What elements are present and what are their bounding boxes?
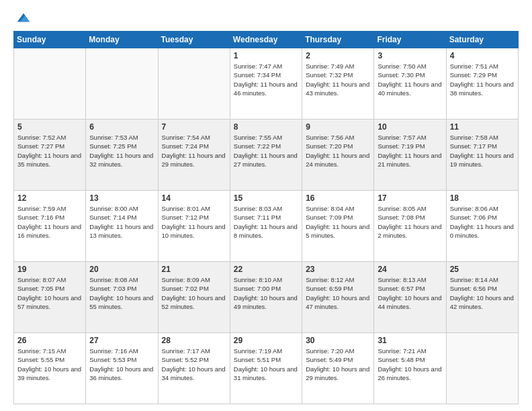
day-info: Sunrise: 7:47 AMSunset: 7:34 PMDaylight:… [234, 62, 298, 97]
logo [13, 11, 31, 26]
calendar-cell: 9Sunrise: 7:56 AMSunset: 7:20 PMDaylight… [302, 120, 374, 191]
day-number: 10 [378, 122, 442, 132]
calendar-cell [14, 48, 86, 120]
day-number: 29 [234, 336, 298, 345]
calendar-cell: 14Sunrise: 8:01 AMSunset: 7:12 PMDayligh… [158, 191, 230, 262]
day-info: Sunrise: 7:56 AMSunset: 7:20 PMDaylight:… [306, 134, 369, 168]
day-number: 30 [306, 336, 370, 345]
col-saturday: Saturday [446, 32, 518, 48]
day-number: 27 [89, 336, 154, 345]
day-number: 7 [162, 122, 226, 132]
calendar-cell: 10Sunrise: 7:57 AMSunset: 7:19 PMDayligh… [374, 120, 446, 191]
day-info: Sunrise: 7:55 AMSunset: 7:22 PMDaylight:… [234, 134, 298, 168]
col-friday: Friday [374, 32, 446, 48]
calendar-cell: 22Sunrise: 8:10 AMSunset: 7:00 PMDayligh… [230, 262, 302, 333]
day-info: Sunrise: 7:58 AMSunset: 7:17 PMDaylight:… [450, 134, 514, 168]
day-number: 23 [306, 265, 370, 274]
day-info: Sunrise: 7:51 AMSunset: 7:29 PMDaylight:… [450, 62, 514, 97]
day-number: 8 [234, 122, 298, 132]
calendar-cell: 25Sunrise: 8:14 AMSunset: 6:56 PMDayligh… [446, 262, 518, 333]
day-info: Sunrise: 8:14 AMSunset: 6:56 PMDaylight:… [450, 276, 514, 310]
calendar-cell: 4Sunrise: 7:51 AMSunset: 7:29 PMDaylight… [446, 48, 518, 120]
day-number: 2 [306, 51, 370, 60]
col-monday: Monday [86, 32, 158, 48]
logo-icon [16, 11, 31, 26]
calendar-cell: 30Sunrise: 7:20 AMSunset: 5:49 PMDayligh… [302, 333, 374, 404]
day-number: 9 [306, 122, 370, 132]
day-info: Sunrise: 7:59 AMSunset: 7:16 PMDaylight:… [17, 205, 81, 239]
day-info: Sunrise: 8:05 AMSunset: 7:08 PMDaylight:… [378, 205, 441, 239]
day-info: Sunrise: 7:20 AMSunset: 5:49 PMDaylight:… [306, 347, 369, 381]
day-number: 21 [162, 265, 226, 274]
calendar-week-row: 5Sunrise: 7:52 AMSunset: 7:27 PMDaylight… [14, 120, 519, 191]
calendar-cell: 20Sunrise: 8:08 AMSunset: 7:03 PMDayligh… [86, 262, 158, 333]
day-number: 24 [378, 265, 442, 274]
calendar-cell: 29Sunrise: 7:19 AMSunset: 5:51 PMDayligh… [230, 333, 302, 404]
day-number: 13 [89, 193, 154, 203]
day-info: Sunrise: 7:19 AMSunset: 5:51 PMDaylight:… [234, 347, 298, 381]
day-number: 12 [17, 193, 82, 203]
day-number: 5 [17, 122, 82, 132]
day-info: Sunrise: 7:53 AMSunset: 7:25 PMDaylight:… [89, 134, 153, 168]
calendar-cell: 2Sunrise: 7:49 AMSunset: 7:32 PMDaylight… [302, 48, 374, 120]
day-info: Sunrise: 8:10 AMSunset: 7:00 PMDaylight:… [234, 276, 298, 310]
day-info: Sunrise: 8:09 AMSunset: 7:02 PMDaylight:… [162, 276, 226, 310]
header [13, 11, 519, 26]
day-info: Sunrise: 7:17 AMSunset: 5:52 PMDaylight:… [162, 347, 226, 381]
calendar-cell: 11Sunrise: 7:58 AMSunset: 7:17 PMDayligh… [446, 120, 518, 191]
day-number: 22 [234, 265, 298, 274]
calendar-cell: 3Sunrise: 7:50 AMSunset: 7:30 PMDaylight… [374, 48, 446, 120]
day-info: Sunrise: 8:04 AMSunset: 7:09 PMDaylight:… [306, 205, 369, 239]
calendar-cell: 16Sunrise: 8:04 AMSunset: 7:09 PMDayligh… [302, 191, 374, 262]
day-number: 11 [450, 122, 515, 132]
day-info: Sunrise: 7:57 AMSunset: 7:19 PMDaylight:… [378, 134, 441, 168]
page: Sunday Monday Tuesday Wednesday Thursday… [0, 0, 532, 411]
day-number: 14 [162, 193, 226, 203]
calendar-cell [158, 48, 230, 120]
day-number: 15 [234, 193, 298, 203]
calendar-cell [446, 333, 518, 404]
calendar-week-row: 1Sunrise: 7:47 AMSunset: 7:34 PMDaylight… [14, 48, 519, 120]
day-info: Sunrise: 7:50 AMSunset: 7:30 PMDaylight:… [378, 62, 441, 97]
day-info: Sunrise: 8:08 AMSunset: 7:03 PMDaylight:… [89, 276, 153, 310]
day-number: 17 [378, 193, 442, 203]
calendar-cell: 27Sunrise: 7:16 AMSunset: 5:53 PMDayligh… [86, 333, 158, 404]
calendar-cell: 7Sunrise: 7:54 AMSunset: 7:24 PMDaylight… [158, 120, 230, 191]
day-info: Sunrise: 7:52 AMSunset: 7:27 PMDaylight:… [17, 134, 81, 168]
calendar-cell: 1Sunrise: 7:47 AMSunset: 7:34 PMDaylight… [230, 48, 302, 120]
col-wednesday: Wednesday [230, 32, 302, 48]
day-number: 28 [162, 336, 226, 345]
day-number: 18 [450, 193, 515, 203]
calendar-cell: 17Sunrise: 8:05 AMSunset: 7:08 PMDayligh… [374, 191, 446, 262]
calendar-week-row: 12Sunrise: 7:59 AMSunset: 7:16 PMDayligh… [14, 191, 519, 262]
day-info: Sunrise: 7:15 AMSunset: 5:55 PMDaylight:… [17, 347, 81, 381]
day-number: 1 [234, 51, 298, 60]
day-number: 25 [450, 265, 515, 274]
calendar-cell: 24Sunrise: 8:13 AMSunset: 6:57 PMDayligh… [374, 262, 446, 333]
col-thursday: Thursday [302, 32, 374, 48]
col-tuesday: Tuesday [158, 32, 230, 48]
calendar-week-row: 19Sunrise: 8:07 AMSunset: 7:05 PMDayligh… [14, 262, 519, 333]
day-number: 20 [89, 265, 154, 274]
day-number: 4 [450, 51, 515, 60]
day-info: Sunrise: 8:00 AMSunset: 7:14 PMDaylight:… [89, 205, 153, 239]
calendar-cell: 5Sunrise: 7:52 AMSunset: 7:27 PMDaylight… [14, 120, 86, 191]
day-info: Sunrise: 8:03 AMSunset: 7:11 PMDaylight:… [234, 205, 298, 239]
day-info: Sunrise: 7:49 AMSunset: 7:32 PMDaylight:… [306, 62, 369, 97]
col-sunday: Sunday [14, 32, 86, 48]
day-number: 31 [378, 336, 442, 345]
day-info: Sunrise: 8:12 AMSunset: 6:59 PMDaylight:… [306, 276, 369, 310]
day-info: Sunrise: 7:54 AMSunset: 7:24 PMDaylight:… [162, 134, 226, 168]
day-number: 6 [89, 122, 154, 132]
calendar-cell: 31Sunrise: 7:21 AMSunset: 5:48 PMDayligh… [374, 333, 446, 404]
calendar-table: Sunday Monday Tuesday Wednesday Thursday… [13, 31, 519, 404]
day-info: Sunrise: 7:21 AMSunset: 5:48 PMDaylight:… [378, 347, 441, 381]
day-info: Sunrise: 7:16 AMSunset: 5:53 PMDaylight:… [89, 347, 153, 381]
calendar-cell [86, 48, 158, 120]
calendar-cell: 13Sunrise: 8:00 AMSunset: 7:14 PMDayligh… [86, 191, 158, 262]
calendar-cell: 18Sunrise: 8:06 AMSunset: 7:06 PMDayligh… [446, 191, 518, 262]
day-number: 3 [378, 51, 442, 60]
calendar-cell: 8Sunrise: 7:55 AMSunset: 7:22 PMDaylight… [230, 120, 302, 191]
calendar-cell: 28Sunrise: 7:17 AMSunset: 5:52 PMDayligh… [158, 333, 230, 404]
calendar-cell: 6Sunrise: 7:53 AMSunset: 7:25 PMDaylight… [86, 120, 158, 191]
